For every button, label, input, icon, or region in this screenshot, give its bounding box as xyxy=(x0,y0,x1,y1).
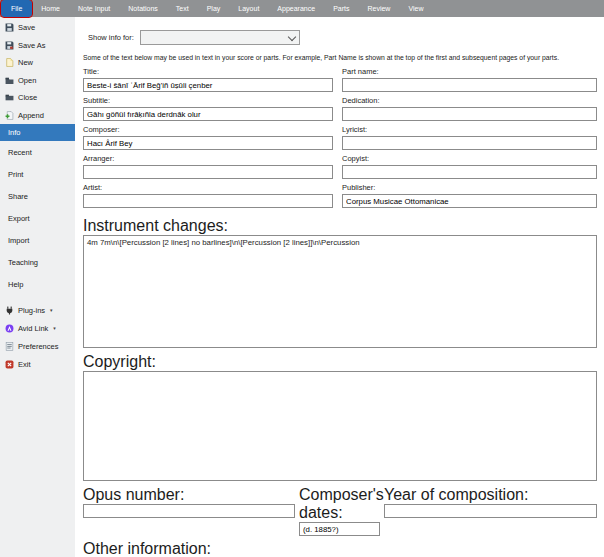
preferences-icon xyxy=(5,342,14,351)
copyright-box[interactable] xyxy=(83,371,597,481)
close-folder-icon xyxy=(5,93,14,102)
info-description: Some of the text below may be used in te… xyxy=(83,54,597,61)
plugins-icon xyxy=(5,306,14,315)
composer-label: Composer: xyxy=(83,125,333,134)
info-panel: Show info for: Some of the text below ma… xyxy=(75,17,604,557)
sidebar-item-save[interactable]: Save xyxy=(0,19,75,37)
dedication-label: Dedication: xyxy=(342,96,597,105)
lyricist-label: Lyricist: xyxy=(342,125,597,134)
sidebar-item-save-as[interactable]: Save As xyxy=(0,37,75,55)
artist-label: Artist: xyxy=(83,183,333,192)
chevron-down-icon: ▾ xyxy=(53,325,56,331)
save-icon xyxy=(5,23,14,32)
tab-review[interactable]: Review xyxy=(358,0,399,17)
sidebar-item-append[interactable]: Append xyxy=(0,107,75,125)
sidebar-item-avid-link[interactable]: Avid Link ▾ xyxy=(0,319,75,337)
sidebar-item-close[interactable]: Close xyxy=(0,89,75,107)
chevron-down-icon xyxy=(288,32,296,40)
sidebar-item-label: Preferences xyxy=(18,342,58,351)
show-info-for-select[interactable] xyxy=(140,30,300,45)
composers-dates-input[interactable] xyxy=(299,522,380,536)
sidebar-item-export[interactable]: Export xyxy=(0,207,75,229)
dedication-input[interactable] xyxy=(342,107,597,121)
sidebar-item-share[interactable]: Share xyxy=(0,185,75,207)
sidebar-item-label: Recent xyxy=(8,148,32,157)
artist-input[interactable] xyxy=(83,194,333,208)
sidebar-item-label: Save As xyxy=(18,41,46,50)
tab-text[interactable]: Text xyxy=(167,0,198,17)
sidebar-item-exit[interactable]: Exit xyxy=(0,355,75,373)
tab-layout[interactable]: Layout xyxy=(229,0,268,17)
sidebar-item-label: Help xyxy=(8,280,23,289)
publisher-input[interactable] xyxy=(342,194,597,208)
sidebar-item-label: Save xyxy=(18,23,35,32)
sidebar-item-open[interactable]: Open xyxy=(0,72,75,90)
arranger-label: Arranger: xyxy=(83,154,333,163)
sidebar-item-label: Info xyxy=(8,128,21,137)
ribbon-tab-bar: File Home Note Input Notations Text Play… xyxy=(0,0,604,17)
sidebar-item-label: Open xyxy=(18,76,36,85)
year-of-composition-input[interactable] xyxy=(384,504,597,518)
append-icon xyxy=(5,111,14,120)
lyricist-input[interactable] xyxy=(342,136,597,150)
year-of-composition-label: Year of composition: xyxy=(384,486,528,503)
sidebar-item-import[interactable]: Import xyxy=(0,229,75,251)
sidebar-item-label: Teaching xyxy=(8,258,38,267)
part-name-label: Part name: xyxy=(342,67,597,76)
sidebar-item-label: Share xyxy=(8,192,28,201)
tab-note-input[interactable]: Note Input xyxy=(69,0,119,17)
tab-play[interactable]: Play xyxy=(198,0,230,17)
tab-notations[interactable]: Notations xyxy=(119,0,167,17)
sidebar-item-info[interactable]: Info xyxy=(0,124,75,141)
instrument-changes-label: Instrument changes: xyxy=(83,217,228,234)
part-name-input[interactable] xyxy=(342,78,597,92)
sidebar-item-plugins[interactable]: Plug-ins ▾ xyxy=(0,301,75,319)
publisher-label: Publisher: xyxy=(342,183,597,192)
new-document-icon xyxy=(5,58,14,67)
tab-appearance[interactable]: Appearance xyxy=(268,0,324,17)
sidebar-item-recent[interactable]: Recent xyxy=(0,141,75,163)
composer-input[interactable] xyxy=(83,136,333,150)
open-folder-icon xyxy=(5,76,14,85)
tab-home[interactable]: Home xyxy=(32,0,69,17)
instrument-changes-box[interactable]: 4m 7m\n\[Percussion [2 lines] no barline… xyxy=(83,235,597,348)
tab-file[interactable]: File xyxy=(1,0,32,17)
sidebar-item-preferences[interactable]: Preferences xyxy=(0,337,75,355)
sidebar-item-label: Close xyxy=(18,93,37,102)
copyist-label: Copyist: xyxy=(342,154,597,163)
title-label: Title: xyxy=(83,67,333,76)
subtitle-input[interactable] xyxy=(83,107,333,121)
save-as-icon xyxy=(5,41,14,50)
sidebar-item-label: Plug-ins xyxy=(18,306,45,315)
opus-number-input[interactable] xyxy=(83,504,295,518)
tab-view[interactable]: View xyxy=(399,0,432,17)
sidebar-item-teaching[interactable]: Teaching xyxy=(0,251,75,273)
sidebar-item-label: Exit xyxy=(18,360,31,369)
avid-link-icon xyxy=(5,324,14,333)
opus-number-label: Opus number: xyxy=(83,486,184,503)
sidebar-item-print[interactable]: Print xyxy=(0,163,75,185)
tab-parts[interactable]: Parts xyxy=(324,0,358,17)
copyright-label: Copyright: xyxy=(83,353,156,370)
chevron-down-icon: ▾ xyxy=(50,307,53,313)
sidebar-item-label: Append xyxy=(18,111,44,120)
sidebar-item-label: New xyxy=(18,58,33,67)
file-menu-sidebar: Save Save As New Open Close Append Info … xyxy=(0,17,75,557)
instrument-changes-value: 4m 7m\n\[Percussion [2 lines] no barline… xyxy=(87,238,360,247)
exit-icon xyxy=(5,360,14,369)
sidebar-item-help[interactable]: Help xyxy=(0,273,75,295)
sidebar-item-new[interactable]: New xyxy=(0,54,75,72)
sidebar-item-label: Import xyxy=(8,236,29,245)
subtitle-label: Subtitle: xyxy=(83,96,333,105)
copyist-input[interactable] xyxy=(342,165,597,179)
other-information-label: Other information: xyxy=(83,540,211,557)
sidebar-item-label: Avid Link xyxy=(18,324,48,333)
sidebar-item-label: Print xyxy=(8,170,23,179)
sidebar-item-label: Export xyxy=(8,214,30,223)
arranger-input[interactable] xyxy=(83,165,333,179)
show-info-for-label: Show info for: xyxy=(88,33,134,42)
composers-dates-label: Composer's dates: xyxy=(299,486,384,521)
title-input[interactable] xyxy=(83,78,333,92)
